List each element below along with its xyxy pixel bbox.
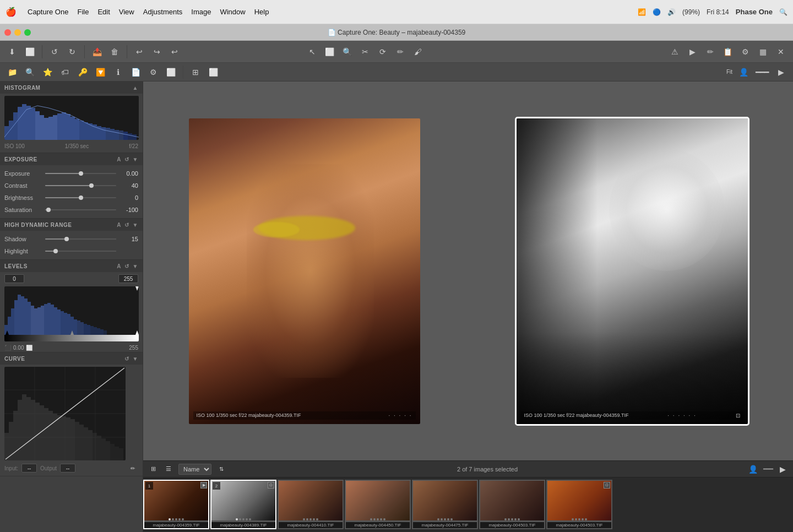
levels-header[interactable]: LEVELS A ↺ ▼ — [0, 260, 143, 272]
apple-menu[interactable]: 🍎 — [6, 7, 17, 17]
straighten-button[interactable]: ⟳ — [375, 44, 390, 59]
reset-button[interactable]: ↩ — [167, 44, 182, 59]
import-button[interactable]: ⬇ — [4, 44, 20, 59]
metadata-icon[interactable]: 📄 — [128, 64, 143, 80]
menu-image[interactable]: Image — [191, 8, 211, 16]
menu-edit[interactable]: Edit — [97, 8, 110, 16]
exposure-track[interactable] — [45, 173, 116, 174]
warning-button[interactable]: ⚠ — [667, 44, 683, 59]
color-tag-icon[interactable]: 🏷 — [57, 64, 73, 80]
settings-button[interactable]: ⚙ — [738, 44, 753, 59]
zoom-fit-icon[interactable]: 👤 — [736, 64, 751, 80]
crop-button[interactable]: ✂ — [357, 44, 373, 59]
shadow-track[interactable] — [45, 238, 116, 240]
menu-file[interactable]: File — [77, 8, 89, 16]
black-dropper-icon[interactable]: ⬛ — [4, 345, 11, 351]
white-dropper-icon[interactable]: ⬜ — [26, 345, 32, 351]
prefs-icon[interactable]: ⚙ — [145, 64, 161, 80]
library-icon[interactable]: 📁 — [4, 64, 20, 80]
levels-white-input[interactable]: 255 — [118, 274, 138, 283]
export-button[interactable]: 📤 — [89, 44, 105, 59]
menu-window[interactable]: Window — [220, 8, 245, 16]
exposure-header[interactable]: EXPOSURE A ↺ ▼ — [0, 153, 143, 165]
filmstrip-thumb-7[interactable]: ⊡ majabeauty-004503.TIF — [546, 480, 612, 529]
minimize-button[interactable] — [14, 29, 21, 36]
smart-album-icon[interactable]: ⭐ — [40, 64, 55, 80]
redo-button[interactable]: ↪ — [149, 44, 165, 59]
menu-help[interactable]: Help — [254, 8, 269, 16]
filmstrip-thumb-2[interactable]: 2 ⊡ majabeauty-004389.TIF — [210, 480, 276, 529]
single-view-button[interactable]: ⬜ — [205, 64, 221, 80]
filmstrip-sort-select[interactable]: Name — [178, 464, 211, 475]
edit-button[interactable]: ✏ — [703, 44, 718, 59]
panels-button[interactable]: ▦ — [756, 44, 771, 59]
filmstrip-expand-icon[interactable]: ▶ — [778, 464, 789, 475]
menu-adjustments[interactable]: Adjustments — [143, 8, 183, 16]
filmstrip-thumb-4[interactable]: majabeauty-004450.TIF — [345, 480, 411, 529]
saturation-value: -100 — [118, 207, 138, 213]
capture-button[interactable]: ⬜ — [22, 44, 37, 59]
info-icon[interactable]: ℹ — [110, 64, 126, 80]
adjustment-brush[interactable]: 🖌 — [410, 44, 426, 59]
brightness-track[interactable] — [45, 197, 116, 198]
secondary-toolbar: 📁 🔍 ⭐ 🏷 🔑 🔽 ℹ 📄 ⚙ ⬜ ⊞ ⬜ Fit 👤 ━━━ ▶ — [0, 63, 793, 82]
rotate-ccw-button[interactable]: ↺ — [47, 44, 62, 59]
curve-output-value[interactable] — [60, 464, 75, 473]
highlight-track[interactable] — [45, 251, 116, 252]
filmstrip-user-icon[interactable]: 👤 — [748, 464, 759, 475]
delete-button[interactable]: 🗑 — [107, 44, 122, 59]
histogram-header[interactable]: HISTOGRAM ▲ — [0, 82, 143, 94]
meta-button[interactable]: 📋 — [720, 44, 736, 59]
svg-rect-77 — [26, 397, 31, 460]
curve-input-value[interactable] — [21, 464, 37, 473]
svg-rect-96 — [110, 444, 115, 460]
menu-view[interactable]: View — [119, 8, 134, 16]
zoom-slider[interactable]: ━━━ — [754, 64, 770, 80]
filmstrip-thumb-5[interactable]: majabeauty-004475.TIF — [412, 480, 478, 529]
hdr-header[interactable]: HIGH DYNAMIC RANGE A ↺ ▼ — [0, 219, 143, 231]
exposure-reset-icon[interactable]: ↺ — [124, 156, 129, 162]
close-panel-button[interactable]: ✕ — [773, 44, 789, 59]
curve-dropper-icon[interactable]: ✏ — [127, 464, 138, 473]
filmstrip-thumb-3[interactable]: majabeauty-004410.TIF — [278, 480, 344, 529]
filter-icon[interactable]: 🔽 — [93, 64, 108, 80]
curve-reset-icon[interactable]: ↺ — [124, 356, 129, 362]
levels-black-input[interactable]: 0 — [4, 274, 24, 283]
cursor2-icon[interactable]: ⬜ — [163, 64, 178, 80]
viewer-divider — [460, 87, 476, 455]
rotate-cw-button[interactable]: ↻ — [64, 44, 80, 59]
maximize-button[interactable] — [24, 29, 31, 36]
svg-rect-23 — [106, 128, 110, 140]
undo-button[interactable]: ↩ — [132, 44, 147, 59]
filmstrip-slider[interactable]: ━━━ — [763, 466, 773, 472]
right-panel-toggle[interactable]: ▶ — [773, 64, 789, 80]
filmstrip-grid-icon[interactable]: ⊞ — [148, 464, 159, 475]
keyword-icon[interactable]: 🔑 — [75, 64, 90, 80]
app-search-icon[interactable]: 🔍 — [779, 8, 787, 16]
search-icon[interactable]: 🔍 — [22, 64, 37, 80]
hdr-reset-icon[interactable]: ↺ — [124, 222, 129, 228]
process-button[interactable]: ▶ — [685, 44, 700, 59]
svg-rect-84 — [57, 415, 62, 460]
levels-reset-icon[interactable]: ↺ — [124, 263, 129, 269]
saturation-track[interactable] — [45, 209, 116, 210]
filmstrip-thumb-1[interactable]: 1 ▶ majabeauty-004359.TIF — [143, 480, 209, 529]
curve-canvas[interactable] — [4, 367, 126, 460]
curve-header[interactable]: CURVE ↺ ▼ — [0, 352, 143, 365]
zoom-button[interactable]: 🔍 — [340, 44, 355, 59]
saturation-slider-row: Saturation -100 — [0, 204, 143, 216]
contrast-track[interactable] — [45, 185, 116, 186]
filmstrip-list-icon[interactable]: ☰ — [163, 464, 174, 475]
brightness-value: 0 — [118, 194, 138, 201]
grid-view-button[interactable]: ⊞ — [188, 64, 203, 80]
photo2-compare-icon: ⊡ — [736, 412, 740, 419]
cursor-tool[interactable]: ↖ — [305, 44, 320, 59]
close-button[interactable] — [4, 29, 11, 36]
healing-button[interactable]: ✏ — [393, 44, 408, 59]
menu-appname[interactable]: Capture One — [28, 8, 68, 16]
filmstrip-sort-order[interactable]: ⇅ — [216, 464, 227, 475]
main-toolbar: ⬇ ⬜ ↺ ↻ 📤 🗑 ↩ ↪ ↩ ↖ ⬜ 🔍 ✂ ⟳ ✏ 🖌 ⚠ ▶ ✏ 📋 … — [0, 41, 793, 63]
loupe-button[interactable]: ⬜ — [322, 44, 338, 59]
filmstrip-thumb-6[interactable]: majabeauty-004503.TIF — [479, 480, 545, 529]
viewer-area: ISO 100 1/350 sec f/22 majabeauty-004359… — [143, 82, 793, 532]
